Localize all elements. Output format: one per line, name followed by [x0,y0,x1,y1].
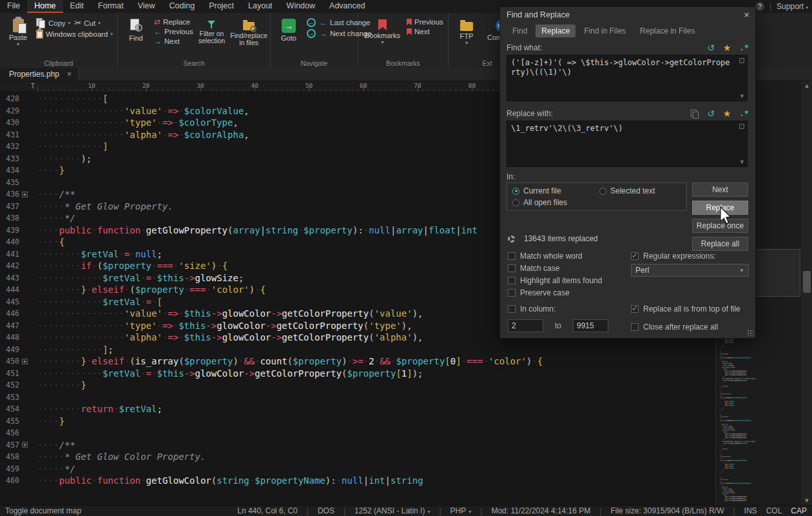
find-button[interactable]: Find [122,15,150,57]
replace-button-ribbon[interactable]: ⇄Replace [154,18,193,26]
menu-window[interactable]: Window [280,0,322,13]
in-column-checkbox[interactable]: In column: [508,303,556,315]
radio-selected-text[interactable]: Selected text [599,186,681,195]
options-left-column: Match whole wordMatch caseHighlight all … [508,250,602,299]
favorites-icon[interactable]: ★ [723,109,731,118]
encoding-selector[interactable]: 1252 (ANSI - Latin I)▾ [354,506,430,515]
nav-forward-icon[interactable]: → [307,29,316,38]
fold-marker[interactable]: + [22,359,28,364]
tab-properties-php[interactable]: Properties.php × [0,68,79,81]
code-line[interactable]: ····/** [37,439,715,452]
find-next-button[interactable]: →Next [154,37,193,45]
replace-button[interactable]: Replace [692,201,748,215]
dialog-tab-replace[interactable]: Replace [536,25,575,37]
code-line[interactable] [37,427,715,439]
fold-marker[interactable]: + [22,442,28,448]
expand-input-icon[interactable] [739,124,744,129]
vertical-scrollbar[interactable]: ▲ ▼ [800,81,812,505]
dialog-tab-find[interactable]: Find [507,25,533,37]
syntax-selector[interactable]: PHP▾ [450,506,472,515]
preserve-case-checkbox[interactable]: Preserve case [508,286,602,299]
line-number: 450 [0,357,19,366]
code-line[interactable]: ········}·elseif·(is_array($property)·&&… [37,355,715,368]
scroll-down-icon[interactable]: ▼ [801,497,812,504]
gear-icon[interactable] [508,235,515,243]
column-mode-indicator[interactable]: COL [766,506,782,515]
copy-button[interactable]: Copy▾ [36,18,70,28]
close-after-replace-checkbox[interactable]: Close after replace all [631,321,718,333]
close-icon[interactable]: × [744,9,749,20]
paste-label: Paste [9,34,27,41]
radio-all-open-files[interactable]: All open files [512,198,599,207]
menu-format[interactable]: Format [91,0,131,13]
highlight-all-items-found-checkbox[interactable]: Highlight all items found [508,274,602,286]
scrollbar-thumb[interactable] [803,271,811,293]
code-line[interactable] [37,392,715,404]
copy-find-icon[interactable] [691,110,699,117]
menu-file[interactable]: File [0,0,27,13]
find-replace-in-files-button[interactable]: Find/replace in files [230,15,267,57]
favorites-icon[interactable]: ★ [723,43,731,52]
code-line[interactable]: ····public·function·getGlowColor(string·… [37,475,715,487]
nav-back-icon[interactable]: ← [307,18,316,27]
menu-edit[interactable]: Edit [63,0,92,13]
line-number: 460 [0,476,19,485]
menu-coding[interactable]: Coding [162,0,202,13]
column-end-input[interactable]: 9915 [573,319,608,332]
match-case-checkbox[interactable]: Match case [508,262,602,274]
column-start-input[interactable]: 2 [508,319,543,332]
scroll-down-icon[interactable]: ▼ [739,93,745,99]
checkbox-icon [508,305,516,313]
dialog-tab-find-in-files[interactable]: Find in Files [578,25,632,37]
fold-marker[interactable]: + [22,192,28,197]
code-line[interactable]: ············$retVal·=·$this->glowColor->… [37,368,715,380]
menu-advanced[interactable]: Advanced [322,0,372,13]
scroll-up-icon[interactable]: ▲ [801,83,812,89]
code-line[interactable]: ····} [37,415,715,428]
menu-layout[interactable]: Layout [241,0,280,13]
help-icon[interactable]: ? [755,2,764,11]
dialog-tabs: FindReplaceFind in FilesReplace in Files [507,25,701,37]
ftp-button[interactable]: FTP ▾ [452,15,481,57]
history-icon[interactable]: ↺ [707,43,715,52]
replace-with-input[interactable]: \1_retrv'\2\(\3_retrv'\) ▼ [507,121,748,167]
regular-expressions-checkbox[interactable]: Regular expressions: [631,250,716,262]
regex-icon[interactable]: .* [740,43,749,52]
code-line[interactable]: ············]; [37,344,715,356]
resize-grip[interactable] [747,330,753,336]
code-line[interactable]: ·····*/ [37,463,715,475]
regex-engine-select[interactable]: Perl ▼ [631,264,749,277]
bookmarks-button[interactable]: Bookmarks ▾ [362,15,403,57]
bookmark-previous-button[interactable]: Previous [407,18,443,26]
code-line[interactable]: ·····* Get Glow Color Property. [37,451,715,463]
menu-home[interactable]: Home [27,0,63,13]
radio-current-file[interactable]: Current file [512,186,599,195]
ribbon-group-clipboard: Paste ▾ Copy▾ ✂Cut▾ Windows clipboard▾ C… [0,13,118,68]
filter-on-selection-button[interactable]: Filter on selection [197,15,226,57]
windows-clipboard-button[interactable]: Windows clipboard▾ [36,30,113,39]
regex-icon[interactable]: .* [740,109,749,118]
support-menu[interactable]: Support ▾ [777,2,808,11]
line-ending-indicator[interactable]: DOS [318,506,334,515]
code-line[interactable]: ········return·$retVal; [37,403,715,415]
find-what-input[interactable]: ('[a-z]+)'( => \$this->glowColor->getCol… [507,55,748,101]
match-whole-word-checkbox[interactable]: Match whole word [508,250,602,262]
insert-mode-indicator[interactable]: INS [744,506,757,515]
menu-view[interactable]: View [131,0,162,13]
replace-from-top-checkbox[interactable]: Replace all is from top of file [631,303,740,315]
cut-button[interactable]: ✂Cut▾ [74,19,100,27]
close-icon[interactable]: × [67,70,72,79]
scroll-down-icon[interactable]: ▼ [739,159,745,165]
replace-all-button[interactable]: Replace all [692,237,748,251]
code-line[interactable]: ········} [37,379,715,392]
goto-button[interactable]: → Goto [275,15,303,57]
expand-input-icon[interactable] [739,58,744,63]
next-button[interactable]: Next [692,183,748,197]
find-previous-button[interactable]: ←Previous [154,28,193,35]
menu-project[interactable]: Project [202,0,241,13]
paste-button[interactable]: Paste ▾ [4,15,32,57]
replace-once-button[interactable]: Replace once [692,219,748,233]
bookmark-next-button[interactable]: Next [407,28,443,35]
dialog-tab-replace-in-files[interactable]: Replace in Files [634,25,701,37]
history-icon[interactable]: ↺ [707,109,715,118]
